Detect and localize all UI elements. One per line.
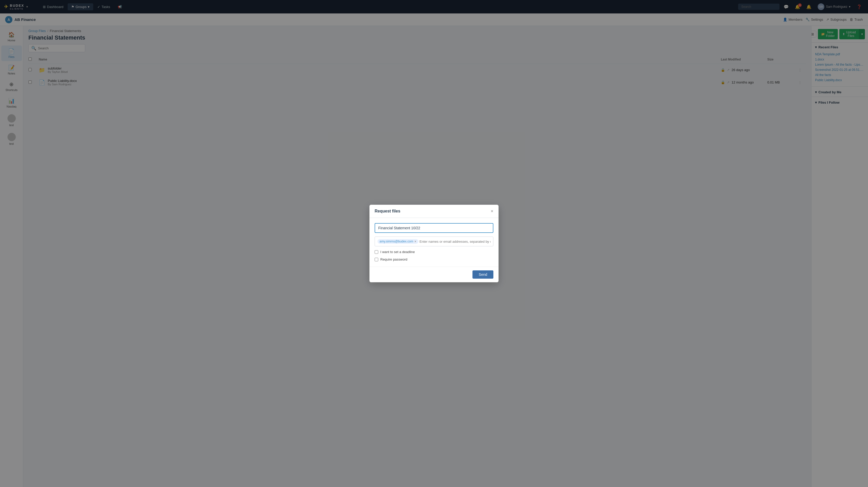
modal-footer: Send <box>369 266 499 282</box>
password-label: Require password <box>380 257 407 261</box>
modal-body: amy.simms@budex.com × I want to set a de… <box>369 218 499 266</box>
deadline-checkbox[interactable] <box>375 250 378 254</box>
recipient-tag: amy.simms@budex.com × <box>377 239 418 244</box>
modal-overlay[interactable]: Request files × amy.simms@budex.com × I … <box>0 0 868 487</box>
modal-title: Request files <box>375 209 400 213</box>
recipient-input[interactable] <box>420 240 491 244</box>
deadline-label: I want to set a deadline <box>380 250 415 254</box>
modal-close-button[interactable]: × <box>491 209 493 213</box>
send-button[interactable]: Send <box>472 270 493 279</box>
modal-header: Request files × <box>369 205 499 218</box>
recipient-input-container[interactable]: amy.simms@budex.com × <box>375 236 493 246</box>
request-files-modal: Request files × amy.simms@budex.com × I … <box>369 205 499 282</box>
password-checkbox[interactable] <box>375 258 378 261</box>
password-checkbox-row[interactable]: Require password <box>375 257 493 261</box>
filename-input[interactable] <box>375 223 493 233</box>
recipient-tag-remove[interactable]: × <box>414 240 416 243</box>
deadline-checkbox-row[interactable]: I want to set a deadline <box>375 250 493 254</box>
recipient-tag-label: amy.simms@budex.com <box>379 240 413 243</box>
